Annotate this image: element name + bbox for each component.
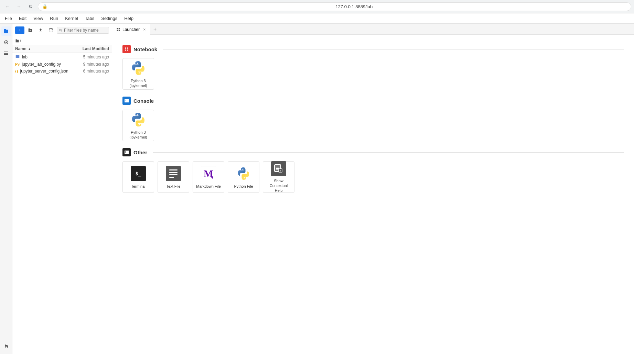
sidebar-extensions-icon[interactable] bbox=[1, 342, 11, 351]
console-python3-card[interactable]: Python 3(ipykernel) bbox=[122, 110, 154, 141]
svg-rect-9 bbox=[119, 28, 120, 29]
markdown-icon: M bbox=[200, 165, 217, 182]
notebook-section-header: Notebook bbox=[122, 45, 624, 53]
python-file-label: Python File bbox=[234, 184, 253, 189]
console-cards: Python 3(ipykernel) bbox=[122, 110, 624, 141]
name-column-header[interactable]: Name ▲ bbox=[15, 46, 64, 51]
svg-line-7 bbox=[61, 31, 62, 32]
svg-rect-19 bbox=[276, 169, 278, 170]
sidebar-running-icon[interactable] bbox=[1, 37, 11, 47]
contextual-help-label: Show ContextualHelp bbox=[266, 178, 291, 193]
notebook-python3-card[interactable]: Python 3(ipykernel) bbox=[122, 58, 154, 90]
file-name: jupyter_lab_config.py bbox=[22, 62, 64, 67]
terminal-label: Terminal bbox=[131, 184, 146, 189]
menu-help[interactable]: Help bbox=[121, 14, 137, 22]
file-list: lab 5 minutes ago Py jupyter_lab_config.… bbox=[12, 53, 112, 354]
search-input[interactable] bbox=[64, 28, 107, 33]
other-section-divider bbox=[153, 152, 624, 153]
notebook-section-title: Notebook bbox=[133, 46, 157, 52]
main-layout: + + / Name ▲ Last Modi bbox=[0, 24, 634, 354]
list-item[interactable]: lab 5 minutes ago bbox=[12, 53, 112, 61]
file-date: 6 minutes ago bbox=[68, 69, 109, 74]
menu-file[interactable]: File bbox=[1, 14, 15, 22]
launcher-content: Notebook bbox=[112, 35, 634, 354]
text-file-label: Text File bbox=[166, 184, 181, 189]
menu-bar: File Edit View Run Kernel Tabs Settings … bbox=[0, 13, 634, 24]
console-section-title: Console bbox=[133, 98, 154, 104]
new-folder-button[interactable]: + bbox=[26, 26, 35, 35]
menu-tabs[interactable]: Tabs bbox=[82, 14, 98, 22]
python-file-card[interactable]: Python File bbox=[228, 161, 259, 193]
other-section-title: Other bbox=[133, 150, 147, 155]
python-logo-icon bbox=[130, 60, 147, 76]
file-browser-toolbar: + + bbox=[12, 24, 112, 37]
notebook-section-icon bbox=[122, 45, 131, 53]
json-file-icon: {} bbox=[15, 69, 18, 73]
svg-text:+: + bbox=[29, 29, 31, 32]
svg-rect-10 bbox=[117, 30, 118, 31]
file-name: lab bbox=[22, 55, 64, 59]
breadcrumb: / bbox=[12, 37, 112, 45]
reload-button[interactable]: ↻ bbox=[26, 2, 35, 11]
list-item[interactable]: Py jupyter_lab_config.py 9 minutes ago bbox=[12, 61, 112, 68]
svg-point-1 bbox=[6, 42, 7, 43]
console-python3-label: Python 3(ipykernel) bbox=[129, 130, 147, 140]
svg-text:?: ? bbox=[280, 169, 281, 172]
text-file-card[interactable]: Text File bbox=[158, 161, 189, 193]
markdown-file-label: Markdown File bbox=[196, 184, 221, 189]
menu-settings[interactable]: Settings bbox=[98, 14, 121, 22]
file-browser: + + / Name ▲ Last Modi bbox=[12, 24, 112, 354]
tab-bar: Launcher × + bbox=[112, 24, 634, 35]
markdown-file-card[interactable]: M Markdown File bbox=[193, 161, 224, 193]
browser-chrome: ← → ↻ 🔒 127.0.0.1:8889/lab bbox=[0, 0, 634, 13]
date-column-header: Last Modified bbox=[64, 46, 109, 51]
python-logo-icon-2 bbox=[130, 111, 147, 128]
terminal-card[interactable]: $_ Terminal bbox=[122, 161, 154, 193]
file-search[interactable] bbox=[57, 27, 109, 34]
svg-rect-11 bbox=[119, 30, 120, 31]
other-section-header: Other bbox=[122, 148, 624, 156]
folder-icon bbox=[15, 54, 20, 60]
contextual-help-card[interactable]: ? Show ContextualHelp bbox=[263, 161, 294, 193]
svg-rect-2 bbox=[4, 52, 8, 52]
console-section-divider bbox=[159, 101, 624, 101]
notebook-cards: Python 3(ipykernel) bbox=[122, 58, 624, 90]
console-section-icon bbox=[122, 97, 131, 105]
menu-kernel[interactable]: Kernel bbox=[62, 14, 82, 22]
python-file-icon bbox=[235, 165, 252, 182]
new-tab-button[interactable]: + bbox=[150, 24, 160, 34]
text-file-icon bbox=[165, 165, 182, 182]
new-icon: + bbox=[19, 28, 21, 33]
console-section-header: Console bbox=[122, 97, 624, 105]
sidebar-files-icon[interactable] bbox=[1, 26, 11, 36]
contextual-help-icon: ? bbox=[270, 161, 287, 176]
sidebar-commands-icon[interactable] bbox=[1, 48, 11, 58]
list-item[interactable]: {} jupyter_server_config.json 6 minutes … bbox=[12, 68, 112, 75]
file-name: jupyter_server_config.json bbox=[20, 69, 68, 74]
tab-launcher[interactable]: Launcher × bbox=[112, 24, 150, 35]
svg-rect-12 bbox=[123, 46, 130, 52]
address-bar[interactable]: 🔒 127.0.0.1:8889/lab bbox=[38, 2, 631, 11]
menu-edit[interactable]: Edit bbox=[15, 14, 30, 22]
forward-button[interactable]: → bbox=[14, 2, 23, 11]
notebook-section-divider bbox=[163, 49, 624, 49]
other-cards: $_ Terminal Text File bbox=[122, 161, 624, 193]
upload-button[interactable] bbox=[36, 26, 45, 35]
tab-close-icon[interactable]: × bbox=[143, 27, 146, 32]
notebook-python3-label: Python 3(ipykernel) bbox=[129, 78, 147, 88]
file-date: 9 minutes ago bbox=[64, 62, 109, 67]
menu-view[interactable]: View bbox=[30, 14, 46, 22]
svg-point-6 bbox=[60, 29, 61, 31]
terminal-icon: $_ bbox=[130, 165, 147, 182]
new-file-button[interactable]: + bbox=[15, 26, 24, 34]
menu-run[interactable]: Run bbox=[46, 14, 62, 22]
file-list-header: Name ▲ Last Modified bbox=[12, 45, 112, 53]
sidebar-icons bbox=[0, 24, 12, 354]
main-content: Launcher × + Notebook bbox=[112, 24, 634, 354]
breadcrumb-path: / bbox=[20, 38, 21, 43]
refresh-button[interactable] bbox=[46, 26, 55, 35]
svg-rect-4 bbox=[4, 54, 8, 55]
python-file-icon: Py bbox=[15, 62, 20, 66]
svg-rect-8 bbox=[117, 28, 118, 29]
back-button[interactable]: ← bbox=[3, 2, 12, 11]
